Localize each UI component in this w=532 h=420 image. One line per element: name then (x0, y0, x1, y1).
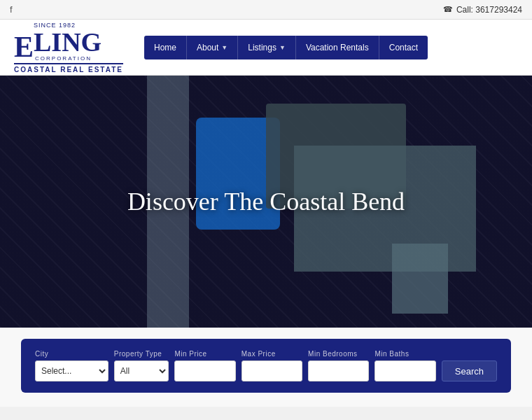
hero-title: Discover The Coastal Bend (127, 187, 405, 216)
nav-vacation[interactable]: Vacation Rentals (296, 36, 379, 59)
nav-home-label: Home (154, 43, 176, 52)
minprice-field-group: Min Price (174, 350, 235, 382)
logo-corporation: CORPORATION (35, 55, 92, 62)
logo-tagline: COASTAL REAL ESTATE (14, 63, 123, 74)
search-box: City Select... Corpus Christi Port Arans… (21, 339, 511, 393)
nav-about-arrow: ▼ (221, 44, 227, 51)
nav-contact-label: Contact (389, 43, 418, 52)
proptype-label: Property Type (114, 350, 169, 358)
top-bar: f ☎ Call: 3617293424 (0, 0, 532, 20)
city-label: City (35, 350, 108, 358)
city-select[interactable]: Select... Corpus Christi Port Aransas Ro… (35, 360, 108, 382)
nav-vacation-label: Vacation Rentals (306, 43, 369, 52)
nav-about-label: About (197, 43, 218, 52)
city-field-group: City Select... Corpus Christi Port Arans… (35, 350, 108, 382)
minbed-field-group: Min Bedrooms (308, 350, 369, 382)
main-nav: Home About ▼ Listings ▼ Vacation Rentals… (144, 36, 428, 59)
nav-contact[interactable]: Contact (379, 36, 428, 59)
maxprice-label: Max Price (241, 350, 302, 358)
minprice-label: Min Price (174, 350, 235, 358)
hero-section: Discover The Coastal Bend (0, 76, 532, 328)
nav-about[interactable]: About ▼ (187, 36, 238, 59)
maxprice-field-group: Max Price (241, 350, 302, 382)
search-fields: City Select... Corpus Christi Port Arans… (35, 350, 497, 382)
hero-text-overlay: Discover The Coastal Bend (0, 76, 532, 328)
search-panel: City Select... Corpus Christi Port Arans… (0, 328, 532, 407)
logo-e: E (14, 32, 34, 62)
nav-listings-label: Listings (248, 43, 276, 52)
nav-home[interactable]: Home (144, 36, 187, 59)
search-button[interactable]: Search (442, 360, 497, 382)
logo-ling: LING (34, 29, 102, 55)
phone-icon: ☎ (443, 5, 453, 14)
proptype-field-group: Property Type All Residential Commercial… (114, 350, 169, 382)
minbath-label: Min Baths (374, 350, 435, 358)
facebook-icon[interactable]: f (10, 4, 13, 15)
minprice-input[interactable] (174, 360, 235, 382)
minbath-input[interactable] (374, 360, 435, 382)
top-bar-phone: ☎ Call: 3617293424 (443, 5, 522, 15)
nav-listings-arrow: ▼ (279, 44, 286, 51)
minbed-input[interactable] (308, 360, 369, 382)
header: SINCE 1982 E LING CORPORATION COASTAL RE… (0, 20, 532, 76)
minbed-label: Min Bedrooms (308, 350, 369, 358)
logo[interactable]: SINCE 1982 E LING CORPORATION COASTAL RE… (14, 22, 123, 74)
maxprice-input[interactable] (241, 360, 302, 382)
nav-listings[interactable]: Listings ▼ (238, 36, 296, 59)
proptype-select[interactable]: All Residential Commercial Land Condo (114, 360, 169, 382)
phone-number: Call: 3617293424 (456, 5, 522, 15)
top-bar-social: f (10, 4, 13, 15)
minbath-field-group: Min Baths (374, 350, 435, 382)
